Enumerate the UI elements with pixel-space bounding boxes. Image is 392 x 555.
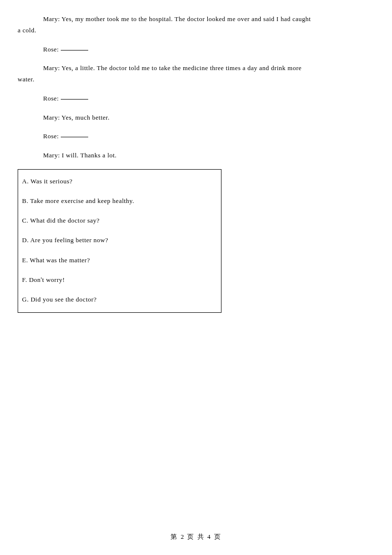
- fill-blank[interactable]: [61, 130, 88, 137]
- option-c: C. What did the doctor say?: [18, 216, 221, 225]
- speaker-label: Mary:: [43, 114, 62, 121]
- dialogue-line-mary-2: Mary: Yes, a little. The doctor told me …: [18, 63, 374, 85]
- dialogue-text-continuation: water.: [18, 74, 374, 85]
- dialogue-line-rose-3: Rose:: [18, 131, 374, 142]
- dialogue-line-mary-4: Mary: I will. Thanks a lot.: [18, 150, 374, 161]
- dialogue-text: Yes, a little. The doctor told me to tak…: [62, 64, 302, 72]
- speaker-label: Mary:: [43, 15, 62, 23]
- fill-blank[interactable]: [61, 44, 88, 50]
- dialogue-text: Yes, my mother took me to the hospital. …: [62, 15, 311, 23]
- fill-blank[interactable]: [61, 93, 88, 100]
- option-d: D. Are you feeling better now?: [18, 236, 221, 245]
- dialogue-text: Yes, much better.: [62, 114, 110, 121]
- page-number: 第 2 页 共 4 页: [171, 533, 221, 540]
- option-f-prefix: F. Don: [22, 276, 41, 283]
- option-e: E. What was the matter?: [18, 256, 221, 265]
- option-a: A. Was it serious?: [18, 177, 221, 186]
- option-g: G. Did you see the doctor?: [18, 295, 221, 304]
- speaker-label: Rose:: [43, 95, 61, 102]
- speaker-label: Rose:: [43, 46, 61, 53]
- option-f-suffix: t worry!: [42, 276, 65, 283]
- dialogue-text-continuation: a cold.: [18, 25, 374, 36]
- page-footer: 第 2 页 共 4 页: [0, 532, 392, 541]
- dialogue-line-mary-1: Mary: Yes, my mother took me to the hosp…: [18, 14, 374, 36]
- speaker-label: Rose:: [43, 132, 61, 140]
- dialogue-line-rose-2: Rose:: [18, 93, 374, 104]
- option-f: F. Don't worry!: [18, 276, 221, 284]
- dialogue-text: I will. Thanks a lot.: [62, 151, 117, 159]
- answer-options-box: A. Was it serious? B. Take more exercise…: [18, 169, 221, 313]
- speaker-label: Mary:: [43, 64, 62, 72]
- document-content: Mary: Yes, my mother took me to the hosp…: [0, 0, 392, 313]
- speaker-label: Mary:: [43, 151, 62, 159]
- option-b: B. Take more exercise and keep healthy.: [18, 197, 221, 205]
- dialogue-line-rose-1: Rose:: [18, 44, 374, 55]
- dialogue-line-mary-3: Mary: Yes, much better.: [18, 112, 374, 124]
